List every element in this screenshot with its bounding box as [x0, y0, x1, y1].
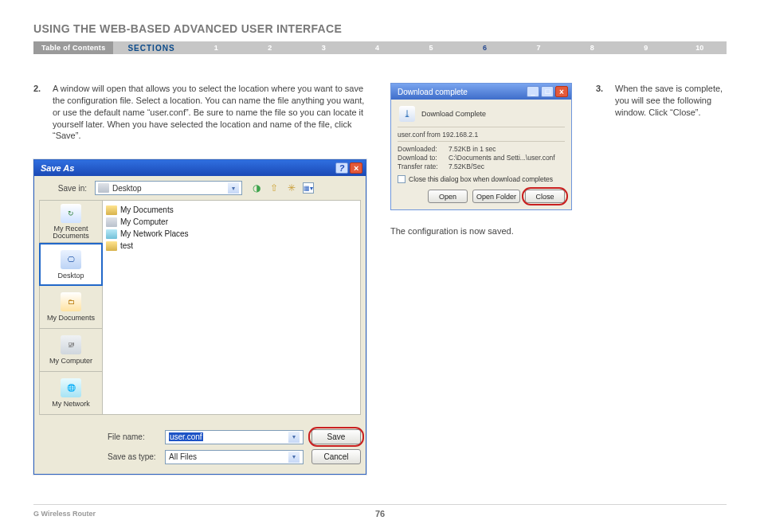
computer-icon: 🖳 — [61, 335, 81, 354]
kv-key: Downloaded: — [398, 145, 449, 153]
savetype-label: Save as type: — [108, 452, 157, 461]
place-my-documents[interactable]: 🗀 My Documents — [39, 286, 103, 329]
place-recent-documents[interactable]: ↻ My Recent Documents — [39, 200, 103, 243]
save-button[interactable]: Save — [311, 429, 361, 444]
open-folder-button[interactable]: Open Folder — [472, 190, 520, 203]
place-label: My Recent Documents — [40, 225, 102, 240]
section-9[interactable]: 9 — [619, 44, 672, 52]
close-icon[interactable]: × — [350, 162, 362, 174]
place-my-network[interactable]: 🌐 My Network — [39, 372, 103, 415]
network-icon — [106, 229, 117, 239]
file-name: My Network Places — [120, 229, 189, 238]
download-complete-dialog: Download complete _ ☐ × ⤓ Download Compl… — [390, 83, 572, 210]
saved-caption: The configuration is now saved. — [390, 226, 572, 236]
new-folder-icon[interactable]: ✳ — [285, 182, 298, 194]
views-icon[interactable]: ▦▾ — [303, 182, 314, 194]
download-source: user.conf from 192.168.2.1 — [398, 131, 565, 139]
computer-icon — [106, 217, 117, 227]
filename-value: user.conf — [169, 432, 203, 441]
download-icon: ⤓ — [399, 106, 415, 122]
close-button[interactable]: Close — [525, 190, 565, 203]
documents-icon: 🗀 — [61, 292, 81, 311]
kv-key: Download to: — [398, 154, 449, 162]
desktop-icon: 🖵 — [61, 250, 81, 269]
section-1[interactable]: 1 — [190, 44, 243, 52]
save-in-value: Desktop — [112, 184, 142, 193]
maximize-icon[interactable]: ☐ — [541, 86, 554, 97]
section-3[interactable]: 3 — [296, 44, 350, 52]
kv-val: 7.52KB in 1 sec — [449, 145, 496, 153]
folder-icon — [106, 241, 117, 251]
step-3: 3. When the save is complete, you will s… — [596, 83, 727, 119]
place-label: Desktop — [57, 272, 84, 280]
open-button[interactable]: Open — [428, 190, 468, 203]
checkbox-icon — [398, 175, 405, 183]
step-3-number: 3. — [596, 83, 607, 119]
place-my-computer[interactable]: 🖳 My Computer — [39, 329, 103, 372]
place-label: My Documents — [47, 314, 95, 322]
section-nav: Table of Contents SECTIONS 1 2 3 4 5 6 7… — [33, 41, 727, 54]
kv-val: C:\Documents and Setti...\user.conf — [449, 154, 555, 162]
step-2: 2. A window will open that allows you to… — [33, 83, 366, 142]
page-number: 76 — [375, 509, 385, 518]
place-desktop[interactable]: 🖵 Desktop — [39, 243, 103, 286]
product-name: G Wireless Router — [33, 510, 96, 518]
chevron-down-icon[interactable]: ▾ — [228, 182, 239, 194]
checkbox-label: Close this dialog box when download comp… — [409, 175, 553, 183]
save-in-label: Save in: — [39, 184, 87, 193]
help-icon[interactable]: ? — [335, 162, 348, 174]
toc-link[interactable]: Table of Contents — [33, 41, 113, 54]
place-label: My Computer — [49, 357, 92, 365]
section-8[interactable]: 8 — [566, 44, 619, 52]
kv-key: Transfer rate: — [398, 162, 449, 170]
save-as-dialog: Save As ? × Save in: Desktop ▾ ◑ ⇧ ✳ — [33, 159, 366, 475]
file-name: My Documents — [120, 205, 174, 214]
list-item[interactable]: test — [106, 240, 357, 252]
step-2-number: 2. — [33, 83, 45, 142]
place-label: My Network — [52, 400, 90, 408]
chevron-down-icon[interactable]: ▾ — [288, 452, 300, 463]
section-4[interactable]: 4 — [351, 44, 404, 52]
file-name: My Computer — [120, 217, 168, 226]
recent-documents-icon: ↻ — [61, 204, 81, 223]
chevron-down-icon[interactable]: ▾ — [288, 432, 300, 443]
folder-icon — [106, 205, 117, 215]
save-as-titlebar[interactable]: Save As ? × — [34, 160, 366, 176]
file-name: test — [120, 241, 133, 250]
savetype-value: All Files — [169, 452, 197, 461]
step-2-text: A window will open that allows you to se… — [53, 83, 366, 142]
step-3-text: When the save is complete, you will see … — [615, 83, 727, 119]
download-title-text: Download complete — [398, 88, 468, 96]
savetype-combo[interactable]: All Files ▾ — [165, 450, 304, 464]
minimize-icon[interactable]: _ — [527, 86, 539, 97]
section-5[interactable]: 5 — [404, 44, 457, 52]
close-on-complete-checkbox[interactable]: Close this dialog box when download comp… — [398, 175, 565, 183]
section-6[interactable]: 6 — [458, 44, 511, 52]
up-icon[interactable]: ⇧ — [268, 182, 280, 194]
filename-label: File name: — [108, 432, 157, 441]
desktop-icon — [98, 183, 109, 193]
kv-val: 7.52KB/Sec — [449, 162, 484, 170]
network-icon: 🌐 — [61, 378, 81, 397]
filename-input[interactable]: user.conf ▾ — [165, 430, 304, 444]
section-10[interactable]: 10 — [673, 44, 727, 52]
cancel-button[interactable]: Cancel — [311, 449, 361, 464]
list-item[interactable]: My Computer — [106, 216, 357, 228]
page-title: USING THE WEB-BASED ADVANCED USER INTERF… — [33, 22, 727, 35]
section-2[interactable]: 2 — [243, 44, 296, 52]
file-list[interactable]: My Documents My Computer My Network Plac… — [103, 200, 361, 415]
download-titlebar[interactable]: Download complete _ ☐ × — [391, 84, 571, 100]
page-footer: G Wireless Router 76 — [33, 504, 727, 518]
back-icon[interactable]: ◑ — [250, 182, 263, 194]
sections-label: SECTIONS — [113, 44, 189, 53]
close-icon[interactable]: × — [555, 86, 568, 97]
save-as-title-text: Save As — [41, 163, 74, 173]
section-7[interactable]: 7 — [511, 44, 565, 52]
list-item[interactable]: My Network Places — [106, 228, 357, 240]
list-item[interactable]: My Documents — [106, 204, 357, 216]
download-header: Download Complete — [421, 110, 486, 118]
save-in-combo[interactable]: Desktop ▾ — [95, 181, 242, 195]
